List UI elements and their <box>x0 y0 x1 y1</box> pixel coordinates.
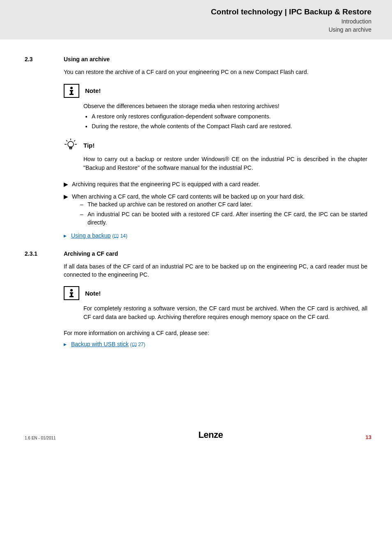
info-icon <box>64 286 79 300</box>
triangle-marker-icon: ▶ <box>64 180 72 188</box>
header-sub1: Introduction <box>21 18 371 26</box>
svg-rect-11 <box>70 148 72 149</box>
section-number: 2.3 <box>25 56 64 62</box>
footer-page-number: 13 <box>366 434 371 440</box>
note-header-2: Note! <box>64 286 367 300</box>
svg-line-6 <box>74 140 75 141</box>
note-label-2: Note! <box>85 290 101 297</box>
triangle-text-1: Archiving requires that the engineering … <box>72 180 367 188</box>
dash-item-1: – The backed up archive can be restored … <box>80 201 367 209</box>
section-title: Archiving a CF card <box>64 250 118 257</box>
triangle-marker-icon: ▶ <box>64 192 72 228</box>
section-2-3-heading: 2.3 Using an archive <box>25 56 367 62</box>
svg-rect-14 <box>71 292 72 296</box>
svg-rect-2 <box>71 90 72 94</box>
dash-marker: – <box>80 210 88 227</box>
svg-point-0 <box>70 87 73 89</box>
section-title: Using an archive <box>64 56 110 62</box>
page-header: Control technology | IPC Backup & Restor… <box>0 0 392 39</box>
link-row-1: ▸ Using a backup (🕮 14) <box>64 232 367 239</box>
section-2-3-1-heading: 2.3.1 Archiving a CF card <box>25 250 367 257</box>
page-footer: 1.6 EN - 01/2011 Lenze 13 <box>0 430 392 450</box>
triangle-list: ▶ Archiving requires that the engineerin… <box>64 180 367 228</box>
triangle-item-1: ▶ Archiving requires that the engineerin… <box>64 180 367 188</box>
svg-point-9 <box>68 141 74 147</box>
section-number: 2.3.1 <box>25 250 64 257</box>
note-body: Observe the differences between the stor… <box>83 102 367 130</box>
info-icon <box>64 84 79 98</box>
tip-block: Tip! How to carry out a backup or restor… <box>64 139 367 172</box>
dash-text-2: An industrial PC can be booted with a re… <box>88 210 367 227</box>
header-title: Control technology | IPC Backup & Restor… <box>21 7 371 16</box>
note-block-2: Note! For completely restoring a softwar… <box>64 286 367 321</box>
footer-logo: Lenze <box>198 430 223 440</box>
tip-header: Tip! <box>64 139 367 152</box>
link-row-2: ▸ Backup with USB stick (🕮 27) <box>64 341 367 347</box>
page-content: 2.3 Using an archive You can restore the… <box>0 39 392 347</box>
note-block-1: Note! Observe the differences between th… <box>64 84 367 130</box>
link-arrow-icon: ▸ <box>64 232 69 239</box>
link-arrow-icon: ▸ <box>64 341 69 347</box>
more-info-lead: For more information on archiving a CF c… <box>64 329 367 338</box>
note-bullet-1: A restore only restores configuration-de… <box>92 113 367 121</box>
note-body-2: For completely restoring a software vers… <box>83 304 367 321</box>
triangle-text-2-main: When archiving a CF card, the whole CF c… <box>72 192 367 201</box>
note-header: Note! <box>64 84 367 98</box>
page-ref-2: (🕮 27) <box>130 342 145 347</box>
link-backup-usb[interactable]: Backup with USB stick <box>71 341 129 347</box>
svg-line-5 <box>66 140 67 141</box>
dash-marker: – <box>80 201 88 209</box>
section-2-3-intro: You can restore the archive of a CF card… <box>64 68 367 76</box>
svg-rect-15 <box>69 296 74 297</box>
section-2-3-1-intro: If all data bases of the CF card of an i… <box>64 263 367 279</box>
dash-list: – The backed up archive can be restored … <box>80 201 367 227</box>
note-bullet-2: During the restore, the whole contents o… <box>92 123 367 131</box>
footer-version: 1.6 EN - 01/2011 <box>25 436 56 440</box>
triangle-item-2: ▶ When archiving a CF card, the whole CF… <box>64 192 367 228</box>
note-label: Note! <box>85 87 101 94</box>
note-lead: Observe the differences between the stor… <box>83 102 367 110</box>
page-ref-1: (🕮 14) <box>112 233 127 239</box>
svg-point-12 <box>70 289 73 291</box>
svg-rect-3 <box>69 94 74 95</box>
note-bullets: A restore only restores configuration-de… <box>83 113 367 130</box>
tip-body: How to carry out a backup or restore und… <box>83 155 367 172</box>
triangle-text-2: When archiving a CF card, the whole CF c… <box>72 192 367 228</box>
link-using-backup[interactable]: Using a backup <box>71 232 111 239</box>
dash-item-2: – An industrial PC can be booted with a … <box>80 210 367 227</box>
dash-text-1: The backed up archive can be restored on… <box>88 201 367 209</box>
tip-label: Tip! <box>83 142 95 149</box>
lightbulb-icon <box>64 139 78 152</box>
header-sub2: Using an archive <box>21 26 371 34</box>
